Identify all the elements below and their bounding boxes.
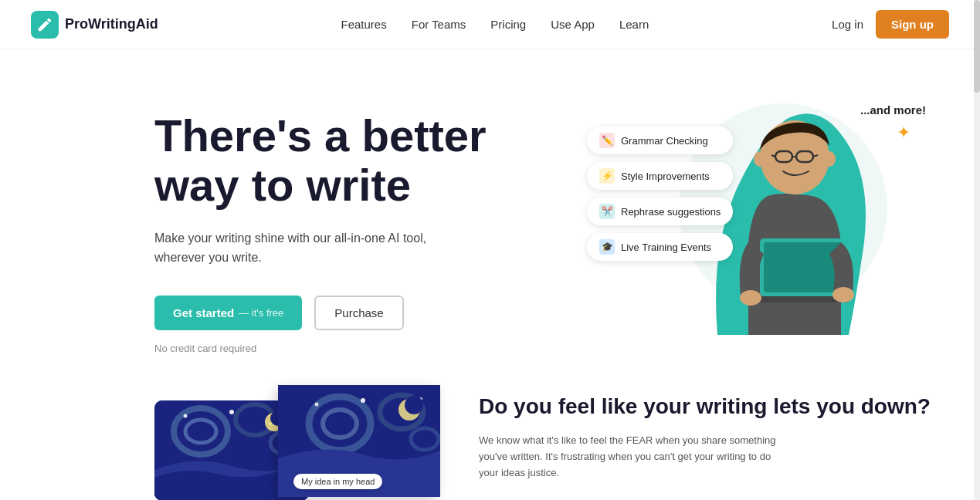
svg-point-7 [823,151,836,167]
svg-point-12 [832,287,854,302]
scrollbar[interactable] [974,0,980,500]
rephrase-icon: ✂️ [599,204,615,219]
scrollbar-thumb[interactable] [974,0,980,93]
image-stack: My idea in my head [154,385,432,500]
signup-button[interactable]: Sign up [876,10,949,39]
grammar-icon: ✏️ [599,133,615,148]
svg-rect-9 [764,242,841,292]
pill-training: 🎓 Live Training Events [587,233,733,261]
get-started-button[interactable]: Get started — it's free [154,296,302,330]
hero-content: There's a better way to write Make your … [154,96,556,354]
logo-icon [31,11,59,39]
svg-point-20 [184,414,188,417]
sparkle-icon: ✦ [897,123,910,143]
nav-learn[interactable]: Learn [619,18,649,31]
hero-subtitle: Make your writing shine with our all-in-… [154,228,448,268]
nav-pricing[interactable]: Pricing [490,18,526,31]
image-front: My idea in my head [278,385,440,497]
nav-use-app[interactable]: Use App [551,18,595,31]
second-image: My idea in my head [154,385,432,500]
pill-grammar: ✏️ Grammar Checking [587,127,733,154]
pill-style: ⚡ Style Improvements [587,162,733,190]
navbar-actions: Log in Sign up [832,10,949,39]
pill-rephrase: ✂️ Rephrase suggestions [587,198,733,225]
and-more-label: ...and more! [860,103,926,117]
svg-point-29 [361,398,365,403]
second-content: Do you feel like your writing lets you d… [479,385,949,481]
second-section: My idea in my head Do you feel like your… [0,385,980,500]
nav-links: Features For Teams Pricing Use App Learn [341,18,649,32]
hero-buttons: Get started — it's free Purchase [154,296,556,330]
hero-title: There's a better way to write [154,111,556,210]
logo[interactable]: ProWritingAid [31,11,158,39]
no-card-text: No credit card required [154,343,556,354]
hero-section: There's a better way to write Make your … [0,49,980,385]
navbar: ProWritingAid Features For Teams Pricing… [0,0,980,49]
style-icon: ⚡ [599,168,615,184]
nav-features[interactable]: Features [341,18,387,31]
logo-text: ProWritingAid [65,16,158,32]
svg-point-18 [229,410,234,414]
svg-point-6 [754,151,766,167]
svg-point-33 [405,396,423,414]
hero-image: ✏️ Grammar Checking ⚡ Style Improvements… [587,80,949,327]
feature-pills: ✏️ Grammar Checking ⚡ Style Improvements… [587,127,733,261]
svg-point-11 [740,290,761,306]
second-body: We know what it's like to feel the FEAR … [479,433,788,481]
idea-bubble: My idea in my head [293,474,382,489]
svg-point-30 [315,402,319,406]
second-title: Do you feel like your writing lets you d… [479,393,949,421]
nav-for-teams[interactable]: For Teams [412,18,466,31]
purchase-button[interactable]: Purchase [314,296,403,330]
training-icon: 🎓 [599,239,615,255]
login-button[interactable]: Log in [832,18,863,31]
